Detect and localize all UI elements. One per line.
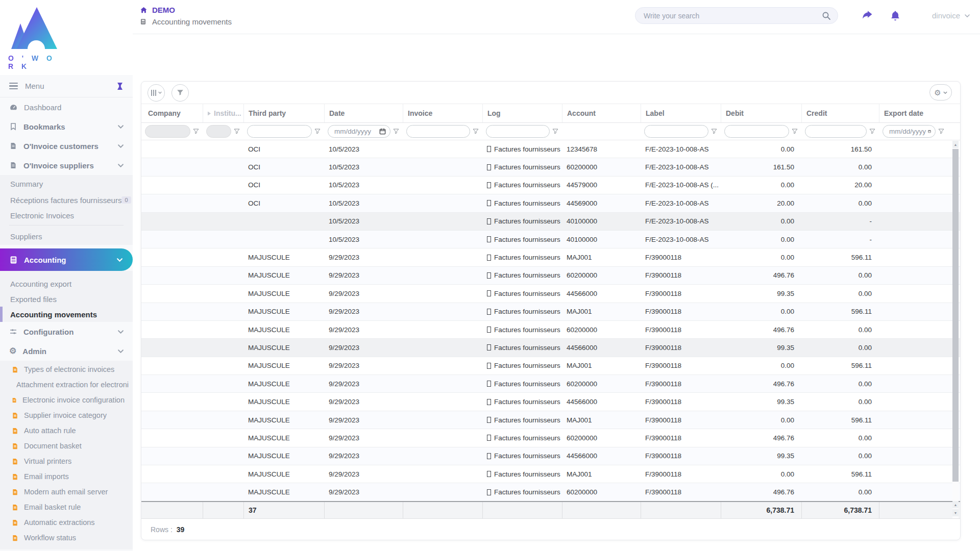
sidebar-admin-item[interactable]: Types of electronic invoices xyxy=(0,362,133,377)
filter-funnel-icon[interactable] xyxy=(314,129,321,134)
column-header-export-date[interactable]: Export date xyxy=(879,104,948,122)
search-input[interactable] xyxy=(644,12,817,20)
filter-funnel-icon[interactable] xyxy=(552,129,558,134)
column-header-invoice[interactable]: Invoice xyxy=(403,104,482,122)
sidebar-item-exported-files[interactable]: Exported files xyxy=(0,291,133,307)
column-header-log[interactable]: Log xyxy=(482,104,562,122)
sidebar-admin-item[interactable]: Supplier invoice category xyxy=(0,408,133,423)
sidebar-admin-item[interactable]: Virtual printers xyxy=(0,454,133,469)
filter-funnel-icon[interactable] xyxy=(234,129,240,134)
share-icon[interactable] xyxy=(861,10,874,22)
table-row[interactable]: OCI 10/5/2023 Factures fournisseurs 1234… xyxy=(141,140,960,158)
filter-funnel-icon[interactable] xyxy=(473,129,479,134)
sidebar-item-suppliers[interactable]: Suppliers xyxy=(0,228,133,245)
sidebar-item-accounting-export[interactable]: Accounting export xyxy=(0,276,133,291)
pin-icon[interactable] xyxy=(116,82,124,90)
sidebar-item-receptions-factures[interactable]: Réceptions factures fournisseurs 0 xyxy=(0,192,133,208)
vertical-scrollbar[interactable]: ▲ ▲ ▼ xyxy=(952,141,959,518)
third-party-filter-input[interactable] xyxy=(247,125,312,138)
filter-funnel-icon[interactable] xyxy=(193,129,199,134)
grid-settings-button[interactable]: ⚙ xyxy=(929,84,952,101)
column-header-third-party[interactable]: Third party xyxy=(243,104,324,122)
table-row[interactable]: MAJUSCULE 9/29/2023 Factures fournisseur… xyxy=(141,465,960,483)
filter-funnel-icon[interactable] xyxy=(938,129,944,134)
label-filter-input[interactable] xyxy=(644,125,708,138)
table-row[interactable]: MAJUSCULE 9/29/2023 Factures fournisseur… xyxy=(141,267,960,285)
sidebar-admin-item[interactable]: Document basket xyxy=(0,438,133,454)
table-row[interactable]: MAJUSCULE 9/29/2023 Factures fournisseur… xyxy=(141,339,960,357)
date-filter-input[interactable]: mm/dd/yyyy xyxy=(328,125,390,138)
sidebar-item-accounting-movements[interactable]: Accounting movements xyxy=(0,307,133,322)
sidebar-admin-item[interactable]: Automatic extractions xyxy=(0,515,133,530)
table-row[interactable]: MAJUSCULE 9/29/2023 Factures fournisseur… xyxy=(141,285,960,303)
scroll-up-button[interactable]: ▲ xyxy=(952,501,959,508)
sidebar-admin-item[interactable]: Modern auth email server xyxy=(0,484,133,499)
logo[interactable]: O ' W O R K xyxy=(0,0,133,75)
home-icon[interactable] xyxy=(140,6,148,14)
sidebar-item-oinvoice-suppliers[interactable]: O'Invoice suppliers xyxy=(0,156,133,175)
missing-glyph-icon xyxy=(487,236,491,242)
scroll-up-button[interactable]: ▲ xyxy=(952,141,959,148)
table-row[interactable]: 10/5/2023 Factures fournisseurs 40100000… xyxy=(141,213,960,231)
global-search[interactable] xyxy=(635,7,838,24)
search-icon[interactable] xyxy=(822,11,831,20)
column-header-company[interactable]: Company xyxy=(141,104,203,122)
sidebar-admin-item[interactable]: Electronic invoice configuration xyxy=(0,392,133,408)
column-header-account[interactable]: Account xyxy=(562,104,641,122)
table-row[interactable]: 10/5/2023 Factures fournisseurs 40100000… xyxy=(141,231,960,248)
filter-funnel-icon[interactable] xyxy=(711,129,717,134)
sidebar-admin-item[interactable]: Auto attach rule xyxy=(0,423,133,438)
table-row[interactable]: MAJUSCULE 9/29/2023 Factures fournisseur… xyxy=(141,483,960,501)
filter-funnel-icon[interactable] xyxy=(869,129,875,134)
table-row[interactable]: OCI 10/5/2023 Factures fournisseurs 4456… xyxy=(141,194,960,212)
sidebar-item-dashboard[interactable]: Dashboard xyxy=(0,97,133,117)
column-header-label[interactable]: Label xyxy=(641,104,721,122)
table-row[interactable]: MAJUSCULE 9/29/2023 Factures fournisseur… xyxy=(141,303,960,321)
column-header-credit[interactable]: Credit xyxy=(801,104,879,122)
sidebar-item-summary[interactable]: Summary xyxy=(0,175,133,192)
credit-filter-input[interactable] xyxy=(805,125,867,138)
debit-filter-input[interactable] xyxy=(724,125,789,138)
sidebar-item-configuration[interactable]: Configuration xyxy=(0,322,133,341)
table-row[interactable]: MAJUSCULE 9/29/2023 Factures fournisseur… xyxy=(141,321,960,339)
table-row[interactable]: OCI 10/5/2023 Factures fournisseurs 4457… xyxy=(141,177,960,194)
filter-funnel-icon[interactable] xyxy=(792,129,798,134)
calendar-icon[interactable] xyxy=(928,128,931,135)
user-menu[interactable]: dinvoice xyxy=(932,11,970,20)
bell-icon[interactable] xyxy=(889,10,901,22)
column-header-debit[interactable]: Debit xyxy=(721,104,801,122)
sidebar-item-bookmarks[interactable]: Bookmarks xyxy=(0,117,133,136)
sidebar-item-accounting[interactable]: Accounting xyxy=(0,248,133,271)
sidebar-admin-item[interactable]: Email basket rule xyxy=(0,499,133,515)
missing-glyph-icon xyxy=(487,218,491,224)
calendar-icon[interactable] xyxy=(379,128,386,135)
cell-date: 10/5/2023 xyxy=(324,181,403,189)
sidebar-item-oinvoice-customers[interactable]: O'Invoice customers xyxy=(0,136,133,156)
sidebar-admin-item[interactable]: Attachment extraction for electroni xyxy=(0,377,133,392)
table-row[interactable]: MAJUSCULE 9/29/2023 Factures fournisseur… xyxy=(141,357,960,375)
export-date-filter-input[interactable]: mm/dd/yyyy xyxy=(883,125,936,138)
table-row[interactable]: OCI 10/5/2023 Factures fournisseurs 6020… xyxy=(141,158,960,176)
log-filter-input[interactable] xyxy=(486,125,550,138)
column-header-date[interactable]: Date xyxy=(324,104,403,122)
sidebar-item-admin[interactable]: ⚙ Admin xyxy=(0,341,133,361)
column-group-expand-icon[interactable] xyxy=(208,111,211,116)
filter-button[interactable] xyxy=(172,84,189,102)
table-row[interactable]: MAJUSCULE 9/29/2023 Factures fournisseur… xyxy=(141,411,960,429)
sidebar-admin-item[interactable]: Workflow status xyxy=(0,530,133,545)
sidebar-menu-header[interactable]: Menu xyxy=(0,75,133,97)
table-row[interactable]: MAJUSCULE 9/29/2023 Factures fournisseur… xyxy=(141,375,960,393)
table-row[interactable]: MAJUSCULE 9/29/2023 Factures fournisseur… xyxy=(141,393,960,411)
sidebar-item-electronic-invoices[interactable]: Electronic Invoices xyxy=(0,208,133,223)
hamburger-menu-icon[interactable] xyxy=(9,83,18,90)
sidebar-admin-item[interactable]: Email imports xyxy=(0,469,133,484)
filter-funnel-icon[interactable] xyxy=(393,129,399,134)
columns-button[interactable] xyxy=(148,84,165,102)
table-row[interactable]: MAJUSCULE 9/29/2023 Factures fournisseur… xyxy=(141,429,960,447)
scrollbar-thumb[interactable] xyxy=(952,149,959,482)
column-header-institution[interactable]: Institu... xyxy=(203,104,243,122)
scroll-down-button[interactable]: ▼ xyxy=(952,509,959,516)
invoice-filter-input[interactable] xyxy=(406,125,470,138)
table-row[interactable]: MAJUSCULE 9/29/2023 Factures fournisseur… xyxy=(141,447,960,465)
table-row[interactable]: MAJUSCULE 9/29/2023 Factures fournisseur… xyxy=(141,248,960,266)
